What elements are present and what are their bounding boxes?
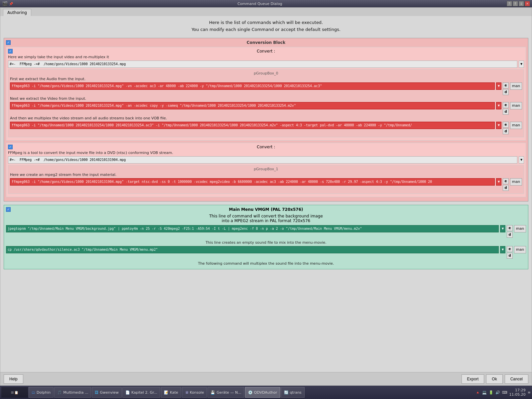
man-btn-0-2[interactable]: man	[510, 122, 522, 129]
taskbar-dolphin[interactable]: 🗂 Dolphin	[29, 387, 54, 398]
d-btn-0-0[interactable]: d	[503, 89, 509, 95]
taskbar-kate[interactable]: 📝 Kate	[161, 387, 181, 398]
conv-block-label-1: Conversion Block	[247, 40, 285, 45]
conv-block-checkbox-1[interactable]: ✓	[6, 40, 11, 45]
intro-line2: You can modify each single Command or ac…	[4, 26, 528, 33]
titlebar: 🎬 📌 Command Queue Dialog ? ↑ ↓ ✕	[0, 0, 532, 7]
group-item-0-desc-2: And then we multiplex the video stream a…	[10, 116, 522, 120]
bottom-bar: Help Export Ok Cancel	[0, 372, 532, 385]
cmd-dropdown-0-2[interactable]: ▼	[496, 122, 501, 129]
group-item-1-desc-0: Here we create an mpeg2 stream from the …	[10, 173, 522, 177]
cancel-button[interactable]: Cancel	[505, 374, 528, 384]
teal-block-checkbox[interactable]: ✓	[6, 207, 11, 212]
teal-block: ✓ Main Menu VMGM (PAL 720x576) This line…	[4, 205, 528, 269]
group-item-0-desc-1: Next we extract the Video from the input…	[10, 96, 522, 101]
teal-man-btn-1[interactable]: man	[514, 246, 526, 253]
teal-btn-stack-1: e d	[507, 246, 513, 259]
btn-stack-0-0: e d	[503, 82, 509, 95]
dolphin-icon: 🗂	[32, 390, 35, 395]
teal-line1: This line of command will convert the ba…	[6, 214, 526, 218]
convert-checkbox-2[interactable]: ✓	[8, 145, 13, 149]
teal-line3: This line creates an empty sound file to…	[6, 240, 526, 245]
titlebar-left: 🎬 📌	[2, 1, 13, 6]
pin-icon: 📌	[9, 2, 13, 6]
tab-authoring[interactable]: Authoring	[3, 9, 31, 16]
geraete-icon: 💾	[210, 390, 215, 395]
help-titlebar-btn[interactable]: ?	[507, 1, 512, 6]
cmd-input-0-1[interactable]	[10, 102, 495, 109]
tab-bar: Authoring	[0, 8, 532, 16]
btn-stack-0-1: e d	[503, 102, 509, 115]
window-title: Command Queue Dialog	[13, 2, 507, 6]
full-cmd-row-1-0: ▼ e d man	[10, 178, 522, 191]
taskbar-multimedia[interactable]: 🎵 Multimedia ...	[54, 387, 91, 398]
cmd-main-dropdown-2[interactable]: ▼	[519, 156, 524, 164]
teal-man-btn-0[interactable]: man	[514, 225, 526, 232]
down-btn[interactable]: ↓	[519, 1, 524, 6]
group-box-0: pGroupBox_0 First we extract the Audio f…	[8, 69, 524, 137]
cmd-dropdown-0-1[interactable]: ▼	[496, 102, 501, 109]
man-btn-1-0[interactable]: man	[510, 178, 522, 186]
teal-cmd-row-0: ▼ e d man	[6, 225, 526, 238]
taskbar: ⊞ 📋 🗂 Dolphin 🎵 Multimedia ... 🖼 Gwenvie…	[0, 386, 532, 399]
teal-line2: into a MPEG2 stream in PAL format 720x57…	[6, 218, 526, 223]
up-btn[interactable]: ↑	[513, 1, 518, 6]
ok-button[interactable]: Ok	[486, 374, 502, 384]
close-titlebar-btn[interactable]: ✕	[525, 1, 530, 6]
convert-checkbox-1[interactable]: ✓	[8, 49, 13, 54]
d-btn-0-2[interactable]: d	[503, 128, 509, 134]
main-window: Authoring Here is the list of commands w…	[0, 7, 532, 386]
teal-block-header: ✓ Main Menu VMGM (PAL 720x576)	[6, 207, 526, 212]
cmd-dropdown-1-0[interactable]: ▼	[496, 178, 501, 186]
teal-cmd-input-0[interactable]	[6, 225, 499, 232]
d-btn-0-1[interactable]: d	[503, 109, 509, 115]
e-btn-0-0[interactable]: e	[503, 82, 509, 88]
taskbar-qtrans[interactable]: 🔄 qtrans	[281, 387, 305, 398]
kapitel-icon: 📄	[125, 390, 130, 395]
teal-cmd-input-1[interactable]	[6, 246, 499, 253]
teal-d-btn-1[interactable]: d	[507, 253, 513, 259]
taskbar-qdvdauthor[interactable]: 💿 QDVDAuthor	[245, 387, 280, 398]
man-btn-0-1[interactable]: man	[510, 102, 522, 109]
help-button[interactable]: Help	[4, 374, 23, 384]
teal-e-btn-1[interactable]: e	[507, 246, 513, 252]
taskbar-time: 17:29 11:05.20	[509, 388, 526, 397]
btn-stack-0-2: e d	[503, 122, 509, 134]
taskbar-right: 🔺 💻 🔋 🔊 ⌨ 17:29 11:05.20 ≡	[475, 388, 531, 397]
intro-text: Here is the list of commands which will …	[4, 19, 528, 33]
group-box-1: pGroupBox_1 Here we create an mpeg2 stre…	[8, 165, 524, 194]
export-button[interactable]: Export	[462, 374, 484, 384]
e-btn-0-2[interactable]: e	[503, 122, 509, 128]
cmd-dropdown-0-0[interactable]: ▼	[496, 82, 501, 90]
e-btn-0-1[interactable]: e	[503, 102, 509, 108]
taskbar-gwenview[interactable]: 🖼 Gwenview	[92, 387, 122, 398]
cmd-main-row-2: ▼	[8, 156, 524, 164]
convert-desc-2: FFMpeg is a tool to convert the input mo…	[8, 151, 524, 155]
cmd-main-dropdown-1[interactable]: ▼	[519, 61, 524, 68]
d-btn-1-0[interactable]: d	[503, 185, 509, 191]
group-box-0-title: pGroupBox_0	[10, 71, 522, 75]
cmd-input-1-0[interactable]	[10, 178, 495, 186]
cmd-main-input-2[interactable]	[8, 156, 517, 164]
cmd-input-0-2[interactable]	[10, 122, 495, 129]
teal-line4: The following command will multiplex the…	[6, 261, 526, 266]
teal-cmd-dropdown-0[interactable]: ▼	[500, 225, 505, 232]
taskbar-menu-icon[interactable]: ≡	[528, 390, 531, 395]
taskbar-geraete[interactable]: 💾 Geräte — N...	[207, 387, 244, 398]
cmd-main-row-1: ▼	[8, 61, 524, 68]
cmd-main-input-1[interactable]	[8, 61, 517, 68]
konsole-icon: 🖥	[185, 390, 189, 395]
teal-e-btn-0[interactable]: e	[507, 225, 513, 231]
taskbar-kapitel[interactable]: 📄 Kapitel 2. Gr...	[122, 387, 160, 398]
network-icon: 🔺	[475, 390, 480, 395]
teal-cmd-dropdown-1[interactable]: ▼	[500, 246, 505, 253]
app-icon: 🎬	[2, 1, 8, 6]
conversion-block-1: ✓ Conversion Block ✓ Convert : Here we s…	[4, 38, 528, 201]
e-btn-1-0[interactable]: e	[503, 178, 509, 184]
man-btn-0-0[interactable]: man	[510, 82, 522, 90]
sound-icon: 🔊	[495, 390, 500, 395]
taskbar-konsole[interactable]: 🖥 Konsole	[182, 387, 207, 398]
scroll-area[interactable]: Here is the list of commands which will …	[0, 16, 532, 372]
teal-d-btn-0[interactable]: d	[507, 232, 513, 238]
cmd-input-0-0[interactable]	[10, 82, 495, 90]
